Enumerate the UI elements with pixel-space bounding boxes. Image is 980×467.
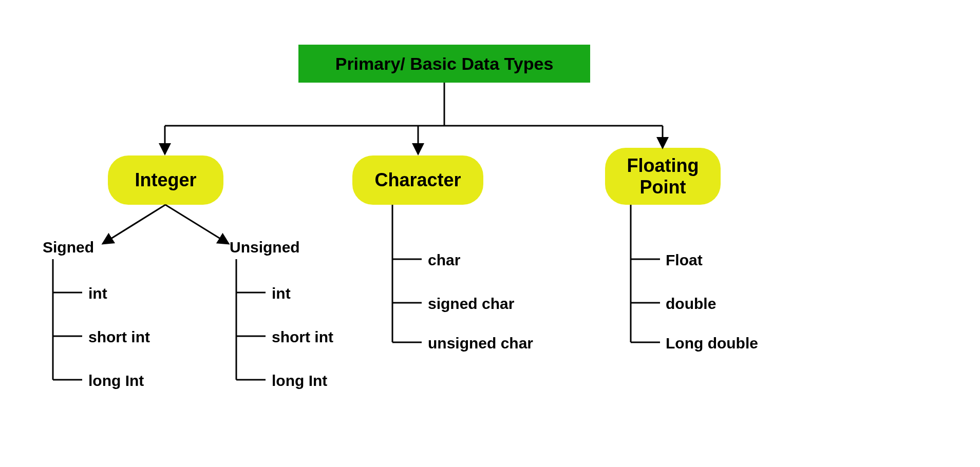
svg-line-6	[165, 205, 229, 244]
diagram-canvas: Primary/ Basic Data Types Integer Charac…	[0, 0, 980, 467]
svg-line-5	[103, 205, 165, 244]
connectors	[0, 0, 980, 467]
